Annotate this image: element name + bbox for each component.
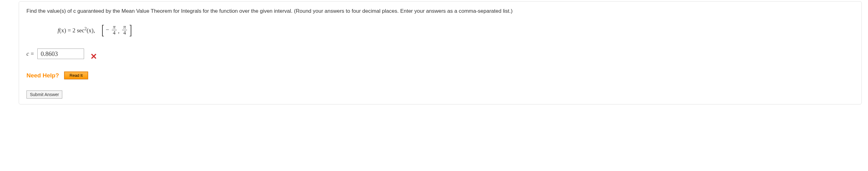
formula: f(x) = 2 sec2(x), [ − π 4 , π 4 ] xyxy=(58,24,854,36)
fraction-right: π 4 xyxy=(122,24,127,36)
submit-answer-button[interactable]: Submit Answer xyxy=(27,91,62,99)
left-bracket-icon: [ xyxy=(101,24,104,36)
negative-sign: − xyxy=(106,27,109,33)
numerator-left: π xyxy=(112,24,117,30)
fraction-left: π 4 xyxy=(112,24,117,36)
interval-content: − π 4 , π 4 xyxy=(105,24,129,36)
question-container: Find the value(s) of c guaranteed by the… xyxy=(19,1,862,104)
c-label: c = xyxy=(27,51,34,57)
fx-body: (x) = 2 sec xyxy=(59,27,84,34)
right-bracket-icon: ] xyxy=(129,24,132,36)
interval: [ − π 4 , π 4 ] xyxy=(100,24,133,36)
submit-row: Submit Answer xyxy=(27,91,854,99)
help-row: Need Help? Read It xyxy=(27,71,854,79)
read-it-button[interactable]: Read It xyxy=(64,71,88,79)
denominator-right: 4 xyxy=(122,30,127,36)
function-expression: f(x) = 2 sec2(x), xyxy=(58,26,95,34)
need-help-label: Need Help? xyxy=(27,72,59,79)
incorrect-icon xyxy=(91,54,96,60)
denominator-left: 4 xyxy=(112,30,117,36)
answer-input[interactable] xyxy=(37,48,84,59)
prompt-text: Find the value(s) of c guaranteed by the… xyxy=(27,7,854,15)
fx-arg: (x), xyxy=(87,27,95,34)
numerator-right: π xyxy=(122,24,127,30)
answer-row: c = xyxy=(27,47,854,60)
interval-comma: , xyxy=(118,28,120,35)
